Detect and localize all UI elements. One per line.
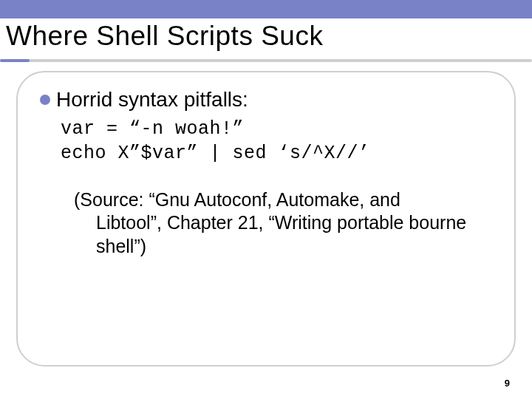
page-number: 9: [505, 378, 510, 389]
code-block: var = “-n woah!” echo X”$var” | sed ‘s/^…: [61, 117, 498, 167]
title-underline-accent: [0, 59, 30, 62]
bullet-text: Horrid syntax pitfalls:: [56, 87, 248, 112]
code-line: echo X”$var” | sed ‘s/^X//’: [61, 143, 370, 164]
slide-body: Horrid syntax pitfalls: var = “-n woah!”…: [40, 87, 498, 258]
code-line: var = “-n woah!”: [61, 118, 244, 140]
title-underline: [0, 59, 532, 62]
slide-title: Where Shell Scripts Suck: [6, 21, 323, 52]
bullet-dot-icon: [40, 95, 50, 105]
header-band: [0, 0, 532, 18]
source-citation: (Source: “Gnu Autoconf, Automake, and Li…: [61, 188, 498, 258]
bullet-item: Horrid syntax pitfalls:: [40, 87, 498, 112]
